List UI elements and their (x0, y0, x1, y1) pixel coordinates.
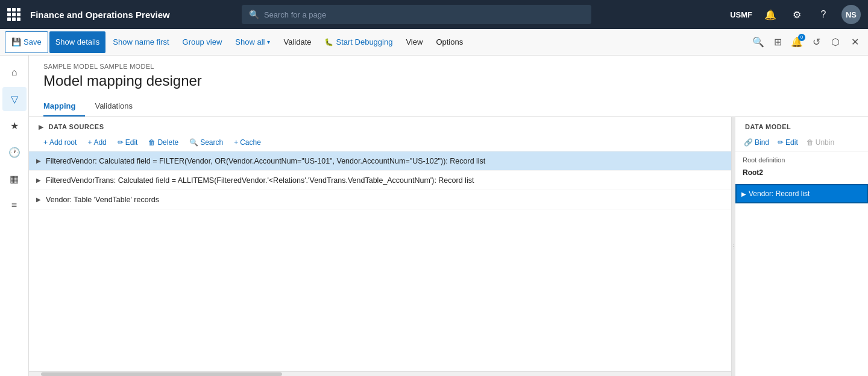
close-toolbar-button[interactable]: ✕ (846, 34, 863, 51)
app-grid-icon[interactable] (7, 8, 20, 21)
add-root-icon: + (43, 138, 48, 147)
edit-button[interactable]: ✏ Edit (113, 136, 143, 148)
cache-button[interactable]: + Cache (229, 136, 266, 148)
search-icon: 🔍 (189, 138, 198, 147)
share-toolbar-button[interactable]: ⬡ (827, 34, 844, 51)
content-area: SAMPLE MODEL SAMPLE MODEL Model mapping … (29, 56, 868, 376)
chevron-down-icon: ▾ (267, 39, 270, 45)
unbin-button[interactable]: 🗑 Unbin (803, 136, 838, 148)
delete-icon: 🗑 (148, 138, 156, 147)
global-search-input[interactable] (264, 10, 584, 19)
app-title: Finance and Operations Preview (30, 10, 170, 20)
bind-label: Bind (755, 138, 769, 147)
data-sources-title: DATA SOURCES (49, 123, 104, 130)
options-label: Options (436, 37, 463, 46)
save-icon: 💾 (11, 37, 21, 46)
data-model-header: DATA MODEL (735, 117, 868, 134)
dm-edit-button[interactable]: ✏ Edit (774, 136, 802, 148)
dm-edit-label: Edit (785, 138, 798, 147)
environment-label: USMF (730, 10, 752, 19)
show-all-button[interactable]: Show all ▾ (229, 31, 276, 53)
save-label: Save (24, 37, 42, 46)
debug-icon: 🐛 (324, 38, 333, 46)
data-model-tree: ▶ Vendor: Record list (735, 182, 868, 376)
bind-icon: 🔗 (744, 138, 753, 147)
view-label: View (406, 37, 423, 46)
tree-item-label-0: FilteredVendor: Calculated field = FILTE… (46, 157, 485, 165)
data-sources-toolbar: + Add root + Add ✏ Edit 🗑 Delete (29, 134, 731, 151)
tree-row[interactable]: ▶ FilteredVendorTrans: Calculated field … (29, 171, 731, 190)
dm-tree-item-label-0: Vendor: Record list (749, 190, 810, 198)
cache-icon: + (234, 138, 238, 147)
dm-edit-icon: ✏ (778, 138, 784, 147)
toolbar-search-button[interactable]: 🔍 (750, 34, 767, 51)
sidebar-item-modules[interactable]: ≡ (2, 193, 27, 217)
tree-row[interactable]: ▶ FilteredVendor: Calculated field = FIL… (29, 151, 731, 171)
sidebar-item-favorites[interactable]: ★ (2, 113, 27, 138)
global-search-bar[interactable]: 🔍 (242, 5, 591, 24)
search-icon: 🔍 (249, 10, 259, 19)
data-model-section: DATA MODEL 🔗 Bind ✏ Edit 🗑 Unbin (735, 117, 868, 376)
data-sources-header: ▶ DATA SOURCES (29, 117, 731, 134)
bind-button[interactable]: 🔗 Bind (740, 136, 773, 148)
avatar[interactable]: NS (841, 5, 861, 24)
sidebar-item-recent[interactable]: 🕐 (2, 140, 27, 164)
show-all-label: Show all (235, 37, 265, 46)
data-sources-panel: ▶ DATA SOURCES + Add root + Add ✏ E (29, 117, 868, 376)
refresh-toolbar-button[interactable]: ↺ (808, 34, 825, 51)
show-details-button[interactable]: Show details (49, 31, 106, 53)
top-nav-right: USMF 🔔 ⚙ ? NS (730, 5, 861, 24)
data-sources-tree: ▶ FilteredVendor: Calculated field = FIL… (29, 151, 731, 371)
page-title: Model mapping designer (29, 70, 868, 97)
notifications-toolbar-button[interactable]: 🔔 0 (788, 34, 805, 51)
save-button[interactable]: 💾 Save (5, 31, 48, 53)
group-view-label: Group view (183, 37, 222, 46)
unbin-label: Unbin (816, 138, 834, 147)
settings-button[interactable]: ⚙ (788, 6, 805, 23)
layout-button[interactable]: ⊞ (769, 34, 786, 51)
show-details-label: Show details (55, 37, 100, 46)
delete-button[interactable]: 🗑 Delete (143, 136, 183, 148)
notifications-button[interactable]: 🔔 (762, 6, 779, 23)
tree-row[interactable]: ▶ Vendor: Table 'VendTable' records (29, 190, 731, 209)
options-button[interactable]: Options (430, 31, 469, 53)
bottom-scrollbar-thumb (41, 372, 282, 376)
sidebar-item-workspaces[interactable]: ▦ (2, 167, 27, 191)
data-sources-expand-icon[interactable]: ▶ (39, 124, 44, 130)
delete-label: Delete (157, 138, 178, 147)
toolbar: 💾 Save Show details Show name first Grou… (0, 29, 868, 56)
group-view-button[interactable]: Group view (177, 31, 228, 53)
add-root-button[interactable]: + Add root (39, 136, 81, 148)
start-debugging-button[interactable]: 🐛 Start Debugging (318, 31, 398, 53)
help-button[interactable]: ? (815, 6, 832, 23)
edit-icon: ✏ (118, 138, 124, 147)
search-label: Search (200, 138, 223, 147)
validate-button[interactable]: Validate (277, 31, 317, 53)
show-name-first-button[interactable]: Show name first (107, 31, 175, 53)
sidebar-item-home[interactable]: ⌂ (2, 60, 27, 84)
tab-bar: Mapping Validations (29, 97, 868, 117)
tree-expand-icon-2[interactable]: ▶ (34, 195, 43, 205)
add-label: Add (93, 138, 106, 147)
view-button[interactable]: View (400, 31, 429, 53)
add-icon: + (87, 138, 92, 147)
breadcrumb: SAMPLE MODEL SAMPLE MODEL (29, 56, 868, 70)
show-name-first-label: Show name first (113, 37, 169, 46)
root-definition-label: Root definition (735, 151, 868, 166)
tab-mapping[interactable]: Mapping (43, 97, 85, 116)
add-button[interactable]: + Add (83, 136, 111, 148)
bottom-scrollbar[interactable] (29, 371, 731, 376)
dm-tree-row[interactable]: ▶ Vendor: Record list (735, 184, 868, 203)
start-debugging-label: Start Debugging (336, 37, 392, 46)
tree-item-label-1: FilteredVendorTrans: Calculated field = … (46, 176, 474, 185)
add-root-label: Add root (49, 138, 77, 147)
data-model-actions: 🔗 Bind ✏ Edit 🗑 Unbin (735, 134, 868, 151)
tree-expand-icon-0[interactable]: ▶ (34, 156, 43, 166)
search-button[interactable]: 🔍 Search (184, 136, 228, 148)
dm-tree-expand-icon-0[interactable]: ▶ (741, 191, 746, 197)
sidebar-item-filter[interactable]: ▽ (2, 87, 27, 111)
edit-label: Edit (125, 138, 138, 147)
sidebar: ⌂ ▽ ★ 🕐 ▦ ≡ (0, 56, 29, 376)
tree-expand-icon-1[interactable]: ▶ (34, 176, 43, 185)
tab-validations[interactable]: Validations (95, 97, 142, 116)
